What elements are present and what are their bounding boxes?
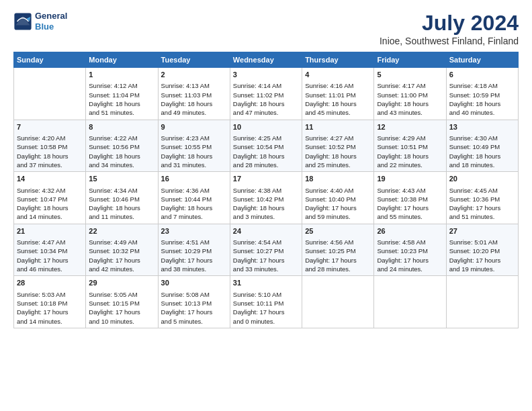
day-info-line: Sunset: 10:25 PM xyxy=(305,246,371,255)
day-info-line: and 25 minutes. xyxy=(305,161,371,169)
calendar-cell: 29Sunrise: 5:05 AMSunset: 10:15 PMDaylig… xyxy=(86,276,158,328)
week-row-4: 21Sunrise: 4:47 AMSunset: 10:34 PMDaylig… xyxy=(14,224,519,276)
day-info-line: Sunset: 11:02 PM xyxy=(233,91,299,99)
calendar-cell: 16Sunrise: 4:36 AMSunset: 10:44 PMDaylig… xyxy=(158,172,230,224)
day-info-line: and 28 minutes. xyxy=(233,161,299,169)
calendar-subtitle: Inioe, Southwest Finland, Finland xyxy=(380,36,519,46)
day-info-line: Sunset: 11:04 PM xyxy=(89,91,154,99)
day-info-line: and 51 minutes. xyxy=(449,212,515,221)
day-info-line: Daylight: 17 hours xyxy=(161,256,227,265)
logo-icon xyxy=(13,12,32,31)
calendar-cell: 6Sunrise: 4:18 AMSunset: 10:59 PMDayligh… xyxy=(446,68,518,120)
calendar-cell xyxy=(446,276,518,328)
day-info-line: Daylight: 17 hours xyxy=(233,256,299,265)
day-info-line: Sunrise: 4:25 AM xyxy=(233,134,299,142)
calendar-title: July 2024 xyxy=(380,11,519,36)
calendar-cell: 8Sunrise: 4:22 AMSunset: 10:56 PMDayligh… xyxy=(86,120,158,172)
day-number: 13 xyxy=(449,122,515,132)
day-info-line: Daylight: 18 hours xyxy=(449,99,515,108)
calendar-cell: 27Sunrise: 5:01 AMSunset: 10:20 PMDaylig… xyxy=(446,224,518,276)
day-info-line: and 45 minutes. xyxy=(305,108,371,117)
calendar-cell: 18Sunrise: 4:40 AMSunset: 10:40 PMDaylig… xyxy=(302,172,374,224)
day-info-line: Daylight: 17 hours xyxy=(305,203,371,212)
day-info-line: Daylight: 18 hours xyxy=(377,99,443,108)
calendar-cell: 5Sunrise: 4:17 AMSunset: 11:00 PMDayligh… xyxy=(374,68,446,120)
calendar-cell: 14Sunrise: 4:32 AMSunset: 10:47 PMDaylig… xyxy=(14,172,86,224)
day-info-line: Sunrise: 4:27 AM xyxy=(305,134,371,142)
page: General Blue July 2024 Inioe, Southwest … xyxy=(0,0,532,335)
day-info-line: Daylight: 18 hours xyxy=(89,152,154,161)
day-info-line: and 55 minutes. xyxy=(377,212,443,221)
calendar-body: 1Sunrise: 4:12 AMSunset: 11:04 PMDayligh… xyxy=(14,68,519,328)
day-info-line: Sunset: 10:49 PM xyxy=(449,142,515,151)
header-cell-wednesday: Wednesday xyxy=(230,52,302,68)
day-info-line: and 19 minutes. xyxy=(449,265,515,273)
day-number: 21 xyxy=(17,226,83,236)
day-info-line: Sunset: 10:47 PM xyxy=(17,195,83,203)
day-number: 25 xyxy=(305,226,371,236)
day-info-line: and 14 minutes. xyxy=(17,212,83,221)
calendar-cell: 15Sunrise: 4:34 AMSunset: 10:46 PMDaylig… xyxy=(86,172,158,224)
day-info-line: Daylight: 18 hours xyxy=(233,203,299,212)
day-info-line: Sunset: 11:01 PM xyxy=(305,91,371,99)
day-info-line: Daylight: 17 hours xyxy=(161,308,227,316)
day-number: 30 xyxy=(161,278,227,288)
header-cell-saturday: Saturday xyxy=(446,52,518,68)
header-cell-thursday: Thursday xyxy=(302,52,374,68)
day-number: 1 xyxy=(89,70,154,80)
day-info-line: and 47 minutes. xyxy=(233,108,299,117)
day-info-line: Daylight: 18 hours xyxy=(233,99,299,108)
day-number: 26 xyxy=(377,226,443,236)
day-info-line: and 24 minutes. xyxy=(377,265,443,273)
day-number: 14 xyxy=(17,174,83,184)
day-info-line: Sunset: 10:40 PM xyxy=(305,195,371,203)
day-info-line: Sunrise: 4:30 AM xyxy=(449,134,515,142)
day-number: 8 xyxy=(89,122,154,132)
day-info-line: Sunset: 10:42 PM xyxy=(233,195,299,203)
day-info-line: Sunrise: 4:47 AM xyxy=(17,238,83,246)
day-number: 28 xyxy=(17,278,83,288)
day-info-line: Daylight: 17 hours xyxy=(17,308,83,316)
day-info-line: and 34 minutes. xyxy=(89,161,154,169)
day-info-line: Sunset: 10:32 PM xyxy=(89,246,154,255)
day-info-line: Sunrise: 4:12 AM xyxy=(89,81,154,90)
day-info-line: Sunrise: 4:22 AM xyxy=(89,134,154,142)
day-info-line: Daylight: 17 hours xyxy=(449,256,515,265)
day-number: 16 xyxy=(161,174,227,184)
calendar-cell: 3Sunrise: 4:14 AMSunset: 11:02 PMDayligh… xyxy=(230,68,302,120)
day-info-line: Sunset: 10:59 PM xyxy=(449,91,515,99)
calendar-header: SundayMondayTuesdayWednesdayThursdayFrid… xyxy=(14,52,519,68)
calendar-cell: 1Sunrise: 4:12 AMSunset: 11:04 PMDayligh… xyxy=(86,68,158,120)
calendar-cell: 31Sunrise: 5:10 AMSunset: 10:11 PMDaylig… xyxy=(230,276,302,328)
day-info-line: Sunrise: 4:13 AM xyxy=(161,81,227,90)
day-number: 20 xyxy=(449,174,515,184)
day-info-line: and 33 minutes. xyxy=(233,265,299,273)
day-info-line: Sunset: 10:13 PM xyxy=(161,299,227,308)
day-number: 15 xyxy=(89,174,154,184)
day-info-line: Daylight: 17 hours xyxy=(305,256,371,265)
calendar-table: SundayMondayTuesdayWednesdayThursdayFrid… xyxy=(13,52,519,328)
day-info-line: Sunset: 10:54 PM xyxy=(233,142,299,151)
week-row-3: 14Sunrise: 4:32 AMSunset: 10:47 PMDaylig… xyxy=(14,172,519,224)
day-number: 4 xyxy=(305,70,371,80)
calendar-cell: 11Sunrise: 4:27 AMSunset: 10:52 PMDaylig… xyxy=(302,120,374,172)
day-info-line: Sunrise: 4:54 AM xyxy=(233,238,299,246)
day-info-line: Sunset: 10:56 PM xyxy=(89,142,154,151)
day-info-line: Sunrise: 4:23 AM xyxy=(161,134,227,142)
day-info-line: Sunset: 10:11 PM xyxy=(233,299,299,308)
day-info-line: Sunrise: 4:38 AM xyxy=(233,186,299,195)
header-cell-tuesday: Tuesday xyxy=(158,52,230,68)
day-info-line: and 43 minutes. xyxy=(377,108,443,117)
day-info-line: Daylight: 18 hours xyxy=(89,99,154,108)
day-info-line: Sunrise: 4:36 AM xyxy=(161,186,227,195)
day-info-line: Sunset: 10:36 PM xyxy=(449,195,515,203)
calendar-cell: 4Sunrise: 4:16 AMSunset: 11:01 PMDayligh… xyxy=(302,68,374,120)
day-info-line: Daylight: 17 hours xyxy=(89,308,154,316)
day-info-line: Daylight: 18 hours xyxy=(89,203,154,212)
day-number: 22 xyxy=(89,226,154,236)
day-info-line: Sunset: 10:20 PM xyxy=(449,246,515,255)
day-info-line: and 18 minutes. xyxy=(449,161,515,169)
day-info-line: Daylight: 18 hours xyxy=(161,152,227,161)
day-info-line: Sunrise: 4:49 AM xyxy=(89,238,154,246)
day-info-line: Sunrise: 5:05 AM xyxy=(89,290,154,299)
